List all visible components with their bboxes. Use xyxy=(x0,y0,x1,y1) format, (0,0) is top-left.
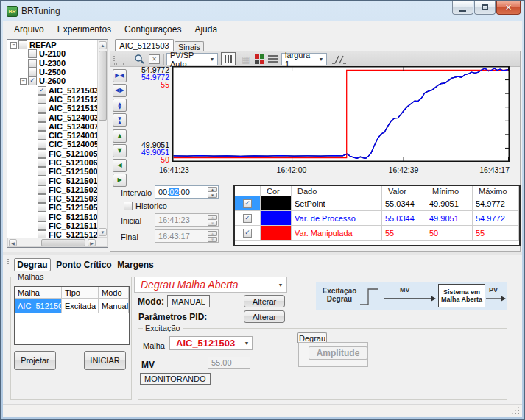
pan-left-button[interactable]: ◀ xyxy=(113,159,127,172)
columns-toggle-button[interactable] xyxy=(221,52,236,65)
tree-item[interactable]: −✓U-2600 xyxy=(7,76,98,85)
grid-icon[interactable]: ▦ xyxy=(242,54,250,65)
tree-checkbox[interactable] xyxy=(38,203,46,212)
title-bar[interactable]: BR BRTuning ✕ xyxy=(1,1,524,21)
tree-item[interactable]: FIC_5121501 xyxy=(7,176,98,185)
resize-grip-icon[interactable] xyxy=(512,407,520,415)
tree-item[interactable]: AIC_5121513 xyxy=(7,104,98,113)
close-button[interactable]: ✕ xyxy=(496,1,521,15)
tab-degrau[interactable]: Degrau xyxy=(14,258,51,271)
pan-down-button[interactable]: ▼ xyxy=(113,144,127,157)
alterar-modo-button[interactable]: Alterar xyxy=(244,295,285,307)
toolstrip-grip[interactable] xyxy=(7,259,9,269)
projetar-button[interactable]: Projetar xyxy=(14,351,56,370)
tree-item[interactable]: FIC_5121512 xyxy=(7,230,98,238)
tree-item[interactable]: U-2100 xyxy=(7,49,98,58)
menu-item-ajuda[interactable]: Ajuda xyxy=(188,23,224,36)
tree-item[interactable]: FIC_5121510 xyxy=(7,213,98,221)
tree-checkbox[interactable] xyxy=(28,59,37,68)
visibility-checkbox-cell[interactable]: ✓ xyxy=(235,196,261,211)
export-icon[interactable]: ✕ xyxy=(149,54,160,64)
tree-expander-icon[interactable]: − xyxy=(10,42,17,49)
tree-item[interactable]: FIC_5121503 xyxy=(7,194,98,203)
pan-up-button[interactable]: ▲ xyxy=(113,129,127,143)
menu-item-experimentos[interactable]: Experimentos xyxy=(51,23,118,36)
tree-checkbox[interactable] xyxy=(38,221,46,230)
tab-aic-5121503[interactable]: AIC_5121503 xyxy=(115,39,174,51)
tree-checkbox[interactable] xyxy=(38,158,46,167)
tree-checkbox[interactable] xyxy=(38,131,46,140)
tree-checkbox[interactable] xyxy=(38,167,46,176)
tree-checkbox[interactable] xyxy=(38,122,46,131)
tree-item[interactable]: CIC_5124005 xyxy=(7,140,98,149)
minimize-button[interactable] xyxy=(452,1,473,15)
degrau-subtab[interactable]: Degrau xyxy=(297,332,327,343)
signal-checkbox[interactable]: ✓ xyxy=(243,214,252,223)
compress-vertical-button[interactable]: ▼▲ xyxy=(113,113,127,127)
tree-checkbox[interactable] xyxy=(28,49,37,58)
expand-vertical-button[interactable]: ▲▼ xyxy=(113,99,127,112)
signal-checkbox[interactable]: ✓ xyxy=(243,229,252,238)
tree-checkbox[interactable] xyxy=(38,185,46,194)
trend-chart[interactable] xyxy=(172,66,510,162)
series-colors-icon[interactable] xyxy=(255,54,264,64)
experiment-type-dropdown[interactable]: Degrau Malha Aberta ▼ xyxy=(134,277,287,293)
magnifier-icon[interactable] xyxy=(134,54,145,65)
tree-checkbox[interactable]: ✓ xyxy=(28,76,37,85)
intervalo-stepper[interactable]: ▲▼ xyxy=(208,187,217,198)
tree-checkbox[interactable] xyxy=(38,95,46,104)
tree-item[interactable]: FIC_5121505 xyxy=(7,203,98,212)
malha-cell[interactable]: AIC_5121503 xyxy=(15,299,62,313)
tree-checkbox[interactable] xyxy=(38,104,46,113)
line-style-icon[interactable] xyxy=(268,54,278,63)
visibility-checkbox-cell[interactable]: ✓ xyxy=(235,226,261,241)
tree-expander-icon[interactable]: − xyxy=(20,78,27,85)
scroll-up-icon[interactable]: ▲ xyxy=(99,41,107,49)
tree-item[interactable]: FIC_5121005 xyxy=(7,149,98,158)
scroll-left-icon[interactable]: ◀ xyxy=(9,239,17,246)
scrollbar-thumb[interactable] xyxy=(99,51,107,121)
step-signal-icon[interactable] xyxy=(331,54,347,65)
tree-item[interactable]: CIC_5124001 xyxy=(7,131,98,140)
tree-checkbox[interactable] xyxy=(38,213,46,221)
signal-row[interactable]: ✓Var. Manipulada555055 xyxy=(235,226,519,241)
malha-row[interactable]: AIC_5121503ExcitadaManual xyxy=(15,299,129,313)
signal-row[interactable]: ✓Var. de Processo55.034449.905154.9772 xyxy=(235,211,519,226)
line-width-dropdown[interactable]: largura 1▼ xyxy=(281,53,327,65)
tree-checkbox[interactable] xyxy=(38,230,46,238)
expand-horizontal-button[interactable]: ◀▶ xyxy=(113,84,127,97)
tree-item[interactable]: FIC_5121511 xyxy=(7,221,98,230)
iniciar-button[interactable]: INICIAR xyxy=(84,351,126,370)
tree-checkbox[interactable] xyxy=(38,149,46,158)
menu-item-configuracoes[interactable]: Configurações xyxy=(118,23,188,36)
tree-checkbox[interactable] xyxy=(38,140,46,149)
maximize-button[interactable] xyxy=(474,1,496,15)
historico-checkbox[interactable]: Historico xyxy=(124,202,167,210)
tab-margens[interactable]: Margens xyxy=(115,258,156,271)
tree-item[interactable]: AIC_5124003 xyxy=(7,113,98,121)
scroll-right-icon[interactable]: ▶ xyxy=(88,239,96,246)
tree-checkbox[interactable] xyxy=(38,113,46,122)
tree-checkbox[interactable] xyxy=(18,40,27,49)
pan-right-button[interactable]: ▶ xyxy=(113,174,127,187)
tree-item[interactable]: U-2500 xyxy=(7,68,98,76)
tree-vertical-scrollbar[interactable]: ▲ ▼ xyxy=(97,40,108,238)
tree-item[interactable]: FIC_5121502 xyxy=(7,185,98,194)
tree-checkbox[interactable]: ✓ xyxy=(38,86,46,95)
alterar-pid-button[interactable]: Alterar xyxy=(244,310,285,323)
tree-item[interactable]: ✓AIC_5121503 xyxy=(7,85,98,94)
menu-item-arquivo[interactable]: Arquivo xyxy=(7,23,51,36)
tree-item[interactable]: FIC_5121500 xyxy=(7,167,98,176)
tree-item[interactable]: U-2300 xyxy=(7,59,98,68)
signal-row[interactable]: ✓SetPoint55.034449.905154.9772 xyxy=(235,196,519,211)
tree-horizontal-scrollbar[interactable]: ◀ ▶ xyxy=(7,238,108,247)
scale-mode-dropdown[interactable]: PV/SP Auto▼ xyxy=(166,53,218,65)
signal-checkbox[interactable]: ✓ xyxy=(243,199,252,208)
tree-item[interactable]: FIC_5121006 xyxy=(7,158,98,167)
malha-dropdown[interactable]: AIC_5121503 ▼ xyxy=(169,336,253,350)
visibility-checkbox-cell[interactable]: ✓ xyxy=(235,211,261,226)
tab-ponto-critico[interactable]: Ponto Crítico xyxy=(54,258,113,271)
tree-checkbox[interactable] xyxy=(28,68,37,76)
scroll-down-icon[interactable]: ▼ xyxy=(99,228,107,236)
tree-item[interactable]: AIC_5121512 xyxy=(7,95,98,104)
